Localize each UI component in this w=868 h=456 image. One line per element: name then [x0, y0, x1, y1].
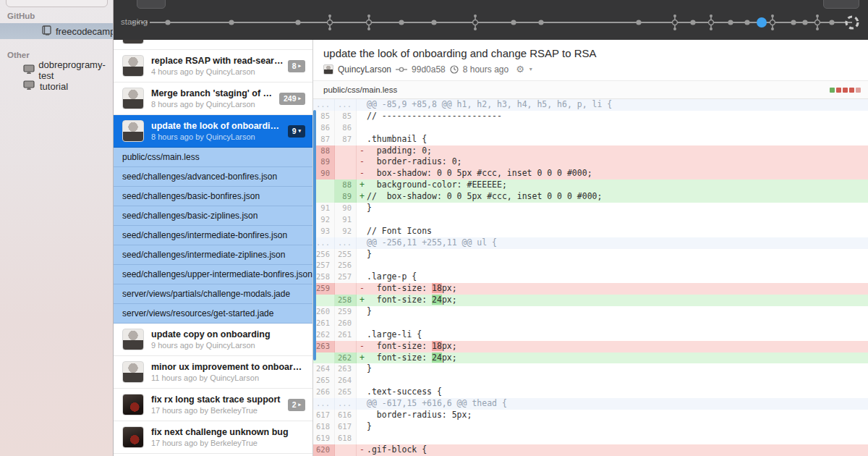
diff-line-content: -.gif-block { [357, 444, 868, 456]
changed-file-path: seed/challenges/basic-bonfires.json [122, 191, 260, 201]
commit-row[interactable]: fix next challenge unknown bug17 hours a… [114, 421, 312, 454]
diff-line[interactable]: 261260 [313, 318, 868, 329]
avatar [122, 88, 144, 109]
commit-row[interactable]: Merge branch 'staging' of github.co…8 ho… [114, 83, 312, 115]
diff-line[interactable]: 260259 } [313, 306, 868, 318]
changed-file-row[interactable]: seed/challenges/intermediate-bonfires.js… [114, 226, 312, 245]
commit-row[interactable]: update the look of onboarding and cha…8 … [114, 115, 312, 148]
diff-line[interactable]: 258257 .large-p { [313, 271, 868, 283]
diff-line[interactable]: 620-.gif-block { [313, 444, 868, 456]
commit-row[interactable]: update copy on onboarding9 hours ago by … [114, 324, 312, 356]
commit-row-meta: 8 hours ago by QuincyLarson [151, 100, 275, 109]
changed-file-row[interactable]: server/views/resources/get-started.jade [114, 304, 312, 324]
diff-line[interactable]: 619618 [313, 433, 868, 444]
diff-line[interactable]: 89+// box-shadow: 0 0 5px #ccc, inset 0 … [313, 191, 868, 203]
diff-line[interactable]: 9190 } [313, 203, 868, 214]
commit-count-badge[interactable]: 2▸ [288, 399, 305, 411]
commit-count-badge[interactable]: 249▸ [279, 93, 305, 105]
diff-file-bar[interactable]: public/css/main.less [313, 80, 868, 99]
diff-line[interactable]: 264263 } [313, 363, 868, 375]
diff-sign [359, 387, 367, 398]
changed-file-row[interactable]: seed/challenges/basic-ziplines.json [114, 206, 312, 226]
diff-line-content: @@ -85,9 +85,8 @@ h1, h2, h3, h4, h5, h6… [357, 99, 868, 111]
diff-line[interactable]: 8585 // ------------------------ [313, 111, 868, 122]
commit-row-title: fix next challenge unknown bug [151, 427, 305, 437]
commit-row[interactable]: replace RSAP with read-search-ask and…4 … [114, 50, 312, 83]
new-line-number: 617 [335, 421, 357, 433]
word-diff-highlight: 24 [432, 352, 442, 363]
changed-file-row[interactable]: seed/challenges/upper-intermediate-bonfi… [114, 265, 312, 284]
sidebar-section-label: GitHub [7, 12, 113, 20]
changed-file-row[interactable]: seed/challenges/advanced-bonfires.json [114, 167, 312, 187]
triangle-right-icon: ▸ [298, 96, 301, 101]
diff-line[interactable]: ...... @@ -85,9 +85,8 @@ h1, h2, h3, h4,… [313, 99, 868, 111]
diff-sign: - [359, 156, 367, 168]
diff-line[interactable]: 262261 .large-li { [313, 329, 868, 341]
diff-code: background-color: #EEEEEE; [367, 180, 507, 190]
commit-row[interactable]: fix rx long stack trace support17 hours … [114, 389, 312, 421]
diff-line[interactable]: 9291 [313, 214, 868, 226]
diff-line-content: - font-size: 18px; [357, 283, 868, 295]
diff-line[interactable]: 617616 border-radius: 5px; [313, 410, 868, 421]
badge-count: 8 [292, 62, 297, 70]
new-line-number: 256 [335, 260, 357, 271]
diff-scroll-indicator[interactable] [313, 110, 316, 360]
commit-row[interactable]: minor ux improvement to onboarding11 hou… [114, 356, 312, 389]
commit-row-meta: 17 hours ago by BerkeleyTrue [151, 406, 284, 415]
new-line-number: 255 [335, 249, 357, 261]
diff-line[interactable]: 263- font-size: 18px; [313, 341, 868, 352]
diff-line[interactable]: 257256 [313, 260, 868, 271]
diff-line[interactable]: 265264 [313, 375, 868, 387]
commit-count-badge[interactable]: 9▾ [288, 125, 305, 138]
commit-row[interactable]: 4 hours ago by QuincyLarson [114, 40, 312, 50]
changed-file-row[interactable]: seed/challenges/basic-bonfires.json [114, 187, 312, 206]
diff-line[interactable]: 266265 .text-success { [313, 387, 868, 398]
diff-code: } [367, 203, 372, 213]
diff-line-content: @@ -617,15 +616,6 @@ thead { [357, 398, 868, 410]
old-line-number: 93 [313, 226, 335, 237]
diff-line-content: + font-size: 24px; [357, 295, 868, 306]
triangle-down-icon: ▾ [298, 128, 301, 133]
commit-title: update the look of onboarding and change… [323, 47, 858, 59]
old-line-number: 620 [313, 444, 335, 456]
diff-code: @@ -617,15 +616,6 @@ thead { [367, 398, 507, 408]
diff-line[interactable]: 88+ background-color: #EEEEEE; [313, 180, 868, 191]
diff-line-content: } [357, 249, 868, 261]
diff-sign [359, 306, 367, 318]
diff-code: @@ -85,9 +85,8 @@ h1, h2, h3, h4, h5, h6… [367, 99, 612, 109]
diff-line[interactable]: ...... @@ -256,11 +255,11 @@ ul { [313, 237, 868, 249]
diff-line[interactable]: 256255 } [313, 249, 868, 261]
diff-line[interactable]: ...... @@ -617,15 +616,6 @@ thead { [313, 398, 868, 410]
diff-line[interactable]: 618617 } [313, 421, 868, 433]
diff-line[interactable]: 8787 .thumbnail { [313, 134, 868, 145]
commit-count-badge[interactable]: 8▸ [288, 60, 305, 72]
repo-filter-field[interactable] [6, 0, 108, 7]
old-line-number: 256 [313, 249, 335, 261]
commit-row-title: update the look of onboarding and cha… [151, 121, 284, 131]
diff-sign [359, 398, 367, 410]
diff-line[interactable]: 89- border-radius: 0; [313, 156, 868, 168]
sidebar-item-dobreprogramy-test[interactable]: dobreprogramy-test [0, 62, 113, 78]
commit-row-meta: 17 hours ago by BerkeleyTrue [151, 439, 305, 447]
diff-line[interactable]: 262+ font-size: 24px; [313, 352, 868, 364]
badge-count: 2 [292, 400, 297, 409]
commit-texts: update copy on onboarding9 hours ago by … [151, 329, 305, 350]
word-diff-highlight: 18 [432, 341, 442, 351]
diff-line[interactable]: 259- font-size: 18px; [313, 283, 868, 295]
diff-line-content: +// box-shadow: 0 0 5px #ccc, inset 0 0 … [357, 191, 868, 203]
gear-icon[interactable]: ⚙ [516, 64, 524, 75]
diff-line[interactable]: 8686 [313, 122, 868, 134]
sidebar-item-freecodecamp[interactable]: freecodecamp [0, 23, 113, 39]
diff-code: font-size: 18px; [367, 283, 457, 293]
changed-file-row[interactable]: server/views/partials/challenge-modals.j… [114, 284, 312, 304]
diff-line[interactable]: 258+ font-size: 24px; [313, 295, 868, 306]
diff-sign [359, 214, 367, 226]
diff-line[interactable]: 88- padding: 0; [313, 145, 868, 157]
new-line-number: 91 [335, 214, 357, 226]
changed-file-row[interactable]: public/css/main.less [114, 148, 312, 167]
new-line-number [335, 168, 357, 180]
diff-line[interactable]: 90- box-shadow: 0 0 5px #ccc, inset 0 0 … [313, 168, 868, 180]
commit-graph[interactable] [114, 0, 868, 40]
changed-file-row[interactable]: seed/challenges/intermediate-ziplines.js… [114, 245, 312, 265]
diff-line[interactable]: 9392 // Font Icons [313, 226, 868, 237]
